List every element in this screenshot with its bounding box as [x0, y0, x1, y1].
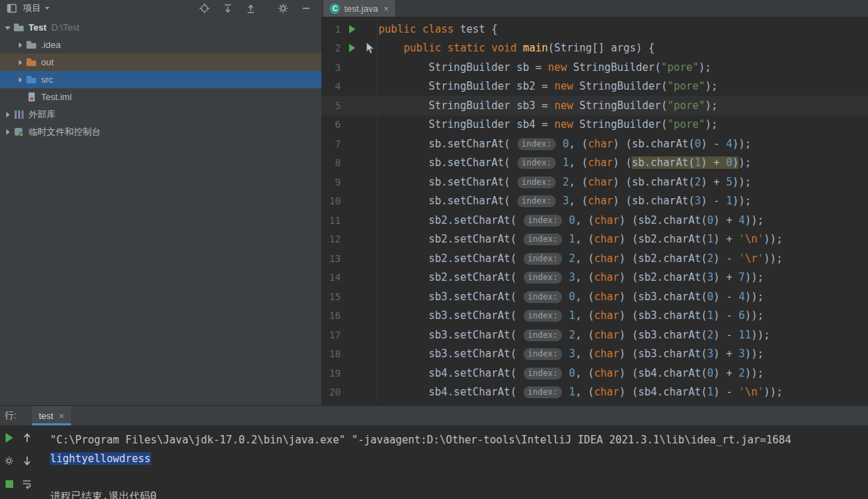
gutter: 7 — [321, 134, 378, 154]
gutter-spacer — [347, 177, 361, 188]
gutter-spacer — [347, 215, 361, 226]
line-number: 1 — [321, 24, 341, 35]
run-tab-test[interactable]: test × — [32, 406, 72, 425]
console-toolbar-right — [18, 432, 36, 499]
code-line-8[interactable]: 8 sb.setCharAt( index: 1, (char) (sb.cha… — [321, 154, 868, 173]
chevron-down-icon[interactable] — [45, 7, 49, 10]
code-line-18[interactable]: 18 sb3.setCharAt( index: 3, (char) (sb3.… — [321, 345, 868, 364]
libraries-icon — [13, 109, 26, 120]
gutter-spacer — [347, 310, 361, 321]
tree-item-.idea[interactable]: .idea — [0, 36, 321, 54]
tree-item-临时文件和控制台[interactable]: 临时文件和控制台 — [0, 123, 321, 140]
console-line[interactable]: 进程已结束,退出代码0 — [50, 487, 868, 499]
tab-test-java[interactable]: C test.java × — [323, 0, 395, 17]
line-number: 9 — [321, 177, 341, 188]
settings-gear-icon[interactable] — [276, 1, 290, 15]
line-number: 5 — [321, 100, 341, 111]
chevron-collapsed-icon[interactable] — [3, 109, 13, 120]
folder-icon — [26, 40, 38, 51]
code-line-15[interactable]: 15 sb3.setCharAt( index: 0, (char) (sb3.… — [321, 287, 868, 306]
code-line-5[interactable]: 5 StringBuilder sb3 = new StringBuilder(… — [321, 96, 868, 115]
selected-text: lightyellowdress — [50, 452, 151, 465]
code-text: sb3.setCharAt( index: 2, (char) (sb3.cha… — [378, 329, 770, 341]
gutter-spacer — [347, 329, 361, 341]
code-line-6[interactable]: 6 StringBuilder sb4 = new StringBuilder(… — [321, 115, 868, 135]
run-settings-gear-icon[interactable] — [3, 455, 15, 467]
tree-item-label: .idea — [41, 40, 61, 50]
gutter-spacer — [347, 100, 361, 111]
chevron-collapsed-icon[interactable] — [15, 40, 26, 51]
hide-toolwindow-icon[interactable] — [299, 1, 313, 15]
gutter-spacer — [347, 368, 361, 379]
gutter-spacer — [347, 157, 361, 168]
chevron-collapsed-icon[interactable] — [15, 74, 26, 85]
code-line-4[interactable]: 4 StringBuilder sb2 = new StringBuilder(… — [321, 77, 868, 97]
code-line-3[interactable]: 3 StringBuilder sb = new StringBuilder("… — [321, 58, 868, 77]
tree-item-label: Test — [29, 22, 47, 33]
run-console: "C:\Program Files\Java\jdk-17.0.2\bin\ja… — [0, 426, 868, 499]
chevron-expanded-icon[interactable] — [3, 22, 13, 33]
up-stack-trace-icon[interactable] — [21, 432, 33, 444]
code-line-11[interactable]: 11 sb2.setCharAt( index: 0, (char) (sb2.… — [321, 211, 868, 230]
code-line-7[interactable]: 7 sb.setCharAt( index: 0, (char) (sb.cha… — [321, 134, 868, 154]
line-number: 7 — [321, 138, 341, 149]
tree-item-Test[interactable]: TestD:\Test — [0, 19, 321, 36]
chevron-collapsed-icon[interactable] — [3, 126, 13, 138]
console-line[interactable]: lightyellowdress — [50, 450, 868, 468]
tree-item-src[interactable]: src — [0, 71, 321, 88]
run-toolwindow: 行: test × — [0, 405, 868, 499]
gutter: 13 — [321, 249, 378, 268]
code-line-2[interactable]: 2 public static void main(String[] args)… — [321, 39, 868, 58]
folder-excluded-icon — [26, 57, 38, 68]
run-gutter-icon[interactable] — [347, 42, 361, 54]
console-line[interactable]: "C:\Program Files\Java\jdk-17.0.2\bin\ja… — [50, 431, 868, 450]
line-number: 19 — [321, 368, 341, 379]
project-toolwindow-title[interactable]: 项目 — [23, 2, 41, 15]
code-line-17[interactable]: 17 sb3.setCharAt( index: 2, (char) (sb3.… — [321, 325, 868, 345]
tree-item-path: D:\Test — [51, 22, 79, 33]
tree-item-out[interactable]: out — [0, 54, 321, 71]
close-icon[interactable]: × — [59, 411, 65, 421]
rerun-icon[interactable] — [3, 432, 15, 444]
code-text: sb3.setCharAt( index: 3, (char) (sb3.cha… — [378, 347, 764, 360]
line-number: 13 — [321, 253, 341, 264]
code-editor[interactable]: 1public class test {2 public static void… — [321, 17, 868, 405]
parameter-hint: index: — [517, 138, 556, 150]
code-text: StringBuilder sb3 = new StringBuilder("p… — [378, 99, 718, 112]
tree-item-Test.iml[interactable]: Test.iml — [0, 88, 321, 106]
code-text: sb4.setCharAt( index: 0, (char) (sb4.cha… — [378, 367, 764, 379]
code-line-1[interactable]: 1public class test { — [321, 19, 868, 39]
gutter-spacer — [347, 234, 361, 245]
line-number: 6 — [321, 119, 341, 130]
code-line-12[interactable]: 12 sb2.setCharAt( index: 1, (char) (sb2.… — [321, 230, 868, 250]
soft-wrap-icon[interactable] — [21, 477, 33, 490]
chevron-spacer — [15, 92, 26, 103]
code-line-10[interactable]: 10 sb.setCharAt( index: 3, (char) (sb.ch… — [321, 192, 868, 211]
code-line-14[interactable]: 14 sb2.setCharAt( index: 3, (char) (sb2.… — [321, 268, 868, 288]
code-line-13[interactable]: 13 sb2.setCharAt( index: 2, (char) (sb2.… — [321, 249, 868, 268]
run-gutter-icon[interactable] — [347, 24, 361, 35]
tree-item-label: 外部库 — [29, 108, 56, 121]
console-line[interactable] — [50, 468, 868, 487]
tree-item-外部库[interactable]: 外部库 — [0, 106, 321, 123]
gutter: 1 — [321, 19, 378, 39]
code-line-19[interactable]: 19 sb4.setCharAt( index: 0, (char) (sb4.… — [321, 363, 868, 383]
gutter: 3 — [321, 58, 378, 77]
code-line-9[interactable]: 9 sb.setCharAt( index: 2, (char) (sb.cha… — [321, 172, 868, 192]
locate-file-icon[interactable] — [198, 1, 211, 15]
top-bar: 项目 C — [0, 0, 868, 17]
down-stack-trace-icon[interactable] — [21, 455, 33, 467]
parameter-hint: index: — [517, 157, 556, 169]
expand-all-icon[interactable] — [220, 1, 234, 15]
console-output[interactable]: "C:\Program Files\Java\jdk-17.0.2\bin\ja… — [40, 426, 868, 499]
code-text: public class test { — [378, 23, 498, 35]
chevron-collapsed-icon[interactable] — [15, 57, 26, 68]
stop-icon[interactable] — [3, 477, 15, 490]
gutter-spacer — [347, 138, 361, 149]
close-icon[interactable]: × — [383, 3, 389, 14]
collapse-all-icon[interactable] — [243, 1, 257, 15]
code-line-20[interactable]: 20 sb4.setCharAt( index: 1, (char) (sb4.… — [321, 383, 868, 402]
code-text: sb2.setCharAt( index: 1, (char) (sb2.cha… — [378, 233, 782, 245]
line-number: 14 — [321, 272, 341, 283]
code-line-16[interactable]: 16 sb3.setCharAt( index: 1, (char) (sb3.… — [321, 306, 868, 326]
